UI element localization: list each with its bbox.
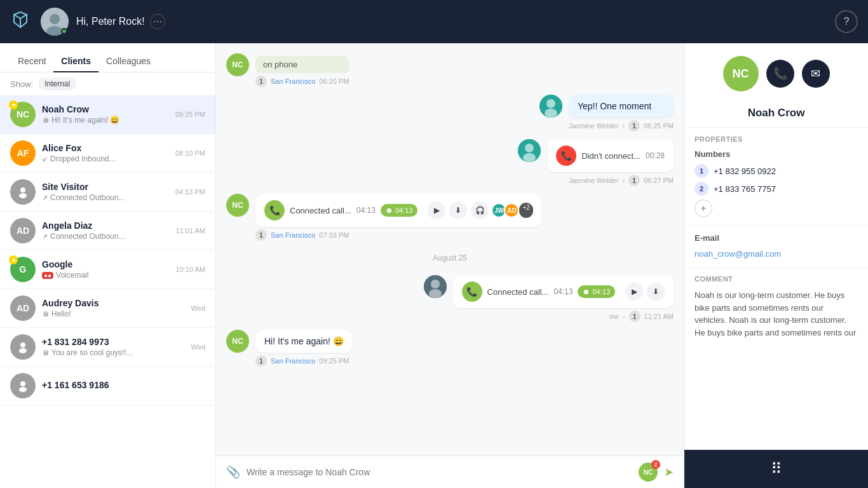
call-record: ⏺ 04:13 xyxy=(381,204,418,217)
logo-icon xyxy=(10,10,31,34)
message-row-emoji: NC Hi! It's me again! 😄 1 San Francisco … xyxy=(226,330,674,367)
tab-colleagues[interactable]: Colleagues xyxy=(98,51,158,72)
preview-icon: ↗ xyxy=(42,233,48,241)
tabs-row: Recent Clients Colleagues xyxy=(0,43,215,72)
nc-avatar: NC xyxy=(226,330,249,353)
avatar[interactable] xyxy=(41,8,69,36)
send-button[interactable]: ➤ xyxy=(664,465,674,479)
preview-icon: 🖥 xyxy=(42,310,49,318)
contact-name: Angela Diaz xyxy=(42,220,171,231)
avatar-spacer xyxy=(424,275,447,298)
contact-item-audrey[interactable]: AD Audrey Davis 🖥 Hello! Wed xyxy=(0,289,215,328)
email-action-button[interactable]: ✉ xyxy=(802,60,830,88)
contact-info-angela: Angela Diaz ↗ Connected Outboun... xyxy=(42,220,171,241)
call-icon: 📞 xyxy=(264,200,285,220)
download-button[interactable]: ⬇ xyxy=(647,283,665,301)
help-button[interactable]: ? xyxy=(835,10,858,33)
status-tag: on phone xyxy=(255,56,349,73)
filter-row: Show: Internal xyxy=(0,72,215,95)
star-badge: ★ xyxy=(9,255,18,264)
properties-title: PROPERTIES xyxy=(695,135,858,143)
contact-item-sitevisitor[interactable]: Site Visitor ↗ Connected Outboun... 04:1… xyxy=(0,173,215,212)
dialpad-icon[interactable]: ⠿ xyxy=(771,460,782,478)
play-button[interactable]: ▶ xyxy=(428,201,445,219)
svg-point-11 xyxy=(546,99,555,108)
tab-recent[interactable]: Recent xyxy=(10,51,53,72)
contact-preview: ↗ Connected Outboun... xyxy=(42,193,170,202)
attach-button[interactable]: 📎 xyxy=(226,465,240,479)
call-bubble: 📞 Connected call... 04:13 ⏺ 04:13 ▶ ⬇ 🎧 xyxy=(255,194,542,227)
filter-badge[interactable]: Internal xyxy=(38,78,76,90)
avatar-sitevisitor xyxy=(10,179,36,205)
contact-item-alice[interactable]: AF Alice Fox ↙ Dropped Inbound... 08:10 … xyxy=(0,134,215,173)
message-content: Yep!! One moment Jasmine Welder › 1 06:2… xyxy=(569,95,674,132)
message-time: 06:27 PM xyxy=(644,177,674,184)
more-options-button[interactable]: ⋯ xyxy=(150,14,165,29)
location-link[interactable]: San Francisco xyxy=(271,78,315,85)
contact-preview: 🖥 You are so cool guys!!... xyxy=(42,348,186,357)
call-participant-avatars: JW AD +2 xyxy=(494,203,532,218)
chat-messages: NC on phone 1 San Francisco 06:20 PM Yep… xyxy=(216,43,684,456)
contact-name: Alice Fox xyxy=(42,143,170,153)
online-indicator xyxy=(61,28,67,34)
call-duration: 04:13 xyxy=(356,206,376,215)
call-icon: 📞 xyxy=(462,281,482,302)
rp-actions: 📞 ✉ xyxy=(766,60,830,88)
call-controls: ▶ ⬇ 🎧 xyxy=(428,201,489,219)
contact-name: +1 161 653 9186 xyxy=(42,380,205,390)
headphone-button[interactable]: 🎧 xyxy=(471,201,489,219)
nc-avatar: NC xyxy=(226,194,249,217)
call-bubble: 📞 Connected call... 04:13 ⏺ 04:13 ▶ ⬇ xyxy=(453,275,674,308)
play-button[interactable]: ▶ xyxy=(625,283,643,301)
avatar-angela: AD xyxy=(10,218,36,243)
contacts-list: ★ NC Noah Crow 🖥 Hi! It's me again! 😄 09… xyxy=(0,95,215,488)
sender-name: Jasmine Welder xyxy=(569,122,619,130)
message-input[interactable] xyxy=(247,467,632,477)
number-badge-1: 1 xyxy=(695,164,709,178)
location-link[interactable]: San Francisco xyxy=(271,357,315,365)
chat-panel: NC on phone 1 San Francisco 06:20 PM Yep… xyxy=(216,43,684,488)
call-controls: ▶ ⬇ xyxy=(625,283,665,301)
avatar-spacer xyxy=(539,95,562,118)
dialpad-area[interactable]: ⠿ xyxy=(684,450,868,488)
contact-item-angela[interactable]: AD Angela Diaz ↗ Connected Outboun... 11… xyxy=(0,212,215,250)
contact-info-sitevisitor: Site Visitor ↗ Connected Outboun... xyxy=(42,182,170,202)
svg-point-5 xyxy=(19,193,27,198)
phone-number-2[interactable]: +1 833 765 7757 xyxy=(714,184,776,194)
contact-info-audrey: Audrey Davis 🖥 Hello! xyxy=(42,298,186,318)
message-meta: 1 San Francisco 06:20 PM xyxy=(255,76,349,87)
svg-point-12 xyxy=(545,109,557,118)
tab-clients[interactable]: Clients xyxy=(53,51,98,72)
number-badge-2: 2 xyxy=(695,182,709,196)
number-badge: 1 xyxy=(255,355,267,367)
rp-avatar: NC xyxy=(723,56,759,92)
right-panel: NC 📞 ✉ Noah Crow PROPERTIES Numbers 1 +1… xyxy=(684,43,868,488)
call-label: Connected call... xyxy=(290,206,351,215)
email-value[interactable]: noah_crow@gmail.com xyxy=(695,249,781,259)
contact-preview: ↙ Dropped Inbound... xyxy=(42,154,170,163)
download-button[interactable]: ⬇ xyxy=(449,201,467,219)
contact-name: Audrey Davis xyxy=(42,298,186,308)
avatar-noah: ★ NC xyxy=(10,102,36,127)
phone-number-1[interactable]: +1 832 955 0922 xyxy=(714,166,776,176)
call-record: ⏺ 04:13 xyxy=(578,285,615,298)
connected-call-row-right: 📞 Connected call... 04:13 ⏺ 04:13 ▶ ⬇ me xyxy=(226,275,674,322)
message-bubble: Hi! It's me again! 😄 xyxy=(255,330,353,353)
call-action-button[interactable]: 📞 xyxy=(766,60,794,88)
contact-item-phone2[interactable]: +1 161 653 9186 xyxy=(0,367,215,405)
contact-item-phone1[interactable]: +1 831 284 9973 🖥 You are so cool guys!!… xyxy=(0,328,215,367)
location-link[interactable]: San Francisco xyxy=(271,231,315,239)
call-missed-icon: 📞 xyxy=(556,146,576,166)
sender-name: me xyxy=(609,313,619,320)
add-number-button[interactable]: + xyxy=(695,200,712,217)
contact-item-noah[interactable]: ★ NC Noah Crow 🖥 Hi! It's me again! 😄 09… xyxy=(0,95,215,134)
message-time: 06:20 PM xyxy=(319,78,349,85)
svg-point-14 xyxy=(525,144,534,152)
svg-point-18 xyxy=(429,289,442,298)
contact-info-phone2: +1 161 653 9186 xyxy=(42,380,205,391)
contact-item-google[interactable]: ★ G Google ●● Voicemail 10:10 AM xyxy=(0,250,215,289)
contact-preview: ●● Voicemail xyxy=(42,271,171,280)
message-time: 06:25 PM xyxy=(644,122,674,130)
contact-header: NC 📞 ✉ Noah Crow xyxy=(684,43,868,128)
chevron-icon: › xyxy=(623,177,625,184)
